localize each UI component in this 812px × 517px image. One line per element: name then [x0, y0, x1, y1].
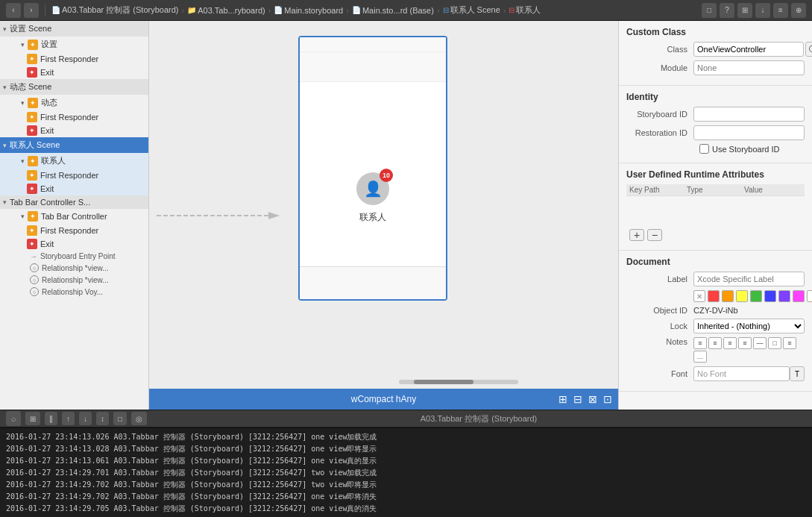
list-item-first-responder-2[interactable]: ✦ First Responder [9, 110, 148, 124]
icon-dongtai: ✦ [28, 98, 38, 108]
swatch-white[interactable] [807, 290, 812, 302]
label-dongtai: 动态 [41, 97, 57, 108]
top-grid-btn[interactable]: ⊞ [737, 3, 752, 18]
scene-lianxiren: ▾ 联系人 Scene ▾ ✦ 联系人 ✦ First Responder ✦ … [0, 137, 148, 195]
list-item-first-responder-3[interactable]: ✦ First Responder [9, 169, 148, 182]
scene-header-lianxiren[interactable]: ▾ 联系人 Scene [0, 137, 148, 153]
scene-row-dongtai[interactable]: ▾ ✦ 动态 [9, 95, 148, 110]
form-row-notes: Notes ≡ ≡ ≡ ≡ — □ ≡ … [626, 337, 805, 363]
list-item-exit-4[interactable]: ✦ Exit [9, 237, 148, 251]
filter-input-wrapper[interactable]: ⌕ [6, 411, 21, 426]
class-info-btn[interactable]: ⓘ [805, 42, 812, 57]
swatch-yellow[interactable] [736, 290, 748, 302]
size-icon-2[interactable]: ⊟ [573, 393, 582, 405]
bottom-btn-2[interactable]: ‖ [45, 412, 57, 425]
notes-icon-box[interactable]: □ [768, 337, 781, 349]
remove-attribute-btn[interactable]: − [647, 229, 662, 241]
console-area[interactable]: 2016-01-27 23:14:13.026 A03.Tabbar 控制器 (… [0, 427, 812, 517]
scene-row-tabbar[interactable]: ▾ ✦ Tab Bar Controller [9, 209, 148, 224]
top-menu-btn[interactable]: ≡ [773, 3, 788, 18]
list-item-relationship-1[interactable]: ○ Relationship *view... [9, 262, 148, 274]
list-item-exit-1[interactable]: ✦ Exit [9, 66, 148, 79]
restoration-id-input[interactable] [693, 125, 805, 140]
top-new-file-btn[interactable]: □ [702, 3, 717, 18]
bottom-btn-3[interactable]: ↑ [62, 412, 75, 425]
notes-icon-ellipsis[interactable]: … [693, 351, 707, 363]
breadcrumb-item-3[interactable]: Main.storyboard [284, 6, 343, 15]
scene-title-tabbar: Tab Bar Controller S... [10, 198, 90, 207]
list-item-first-responder-4[interactable]: ✦ First Responder [9, 224, 148, 237]
swatch-green[interactable] [750, 290, 762, 302]
icon-tabbar: ✦ [28, 211, 38, 222]
top-add-btn[interactable]: ⊕ [791, 3, 806, 18]
scene-header-shezhi[interactable]: ▾ 设置 Scene [0, 21, 148, 37]
list-item-relationship-3[interactable]: ○ Relationship Voy... [9, 286, 148, 298]
scene-dongtai: ▾ 动态 Scene ▾ ✦ 动态 ✦ First Responder ✦ Ex… [0, 79, 148, 137]
breadcrumb-item-1[interactable]: A03.Tabbar 控制器 (Storyboard) [62, 4, 179, 16]
bottom-btn-5[interactable]: ↕ [96, 412, 109, 425]
nav-forward-button[interactable]: › [24, 3, 39, 18]
use-storyboard-row: Use Storyboard ID [626, 144, 805, 154]
breadcrumb-item-4[interactable]: Main.sto...rd (Base) [362, 6, 434, 15]
list-item-relationship-2[interactable]: ○ Relationship *view... [9, 274, 148, 286]
main-layout: ▾ 设置 Scene ▾ ✦ 设置 ✦ First Responder ✦ Ex… [0, 21, 812, 410]
add-remove-row: + − [626, 226, 805, 244]
contact-label: 联系人 [359, 211, 386, 224]
storyboard-id-input[interactable] [693, 107, 805, 122]
font-picker-btn[interactable]: T [790, 366, 805, 381]
search-icon: ⌕ [11, 414, 16, 423]
scene-row-lianxiren[interactable]: ▾ ✦ 联系人 [9, 153, 148, 169]
swatch-orange[interactable] [722, 290, 734, 302]
canvas-area[interactable]: 👤 10 联系人 wCompact hAny ⊞ ⊟ ⊠ ⊡ [149, 21, 618, 410]
notes-icon-align-center[interactable]: ≡ [708, 337, 722, 349]
bottom-btn-7[interactable]: ◎ [131, 412, 147, 425]
label-exit-3: Exit [40, 184, 54, 193]
breadcrumb-item-2[interactable]: A03.Tab...ryboard) [198, 6, 265, 15]
form-row-doc-label: Label [626, 272, 805, 286]
notes-icon-align-justify[interactable]: ≡ [738, 337, 752, 349]
bottom-btn-1[interactable]: ⊞ [25, 412, 40, 425]
console-line-2: 2016-01-27 23:14:13.028 A03.Tabbar 控制器 (… [6, 443, 806, 455]
notes-icon-list[interactable]: ≡ [783, 337, 796, 349]
breadcrumb-icon-2: 📁 [187, 6, 196, 14]
swatch-blue[interactable] [764, 290, 776, 302]
list-item-exit-2[interactable]: ✦ Exit [9, 124, 148, 137]
list-item-first-responder-1[interactable]: ✦ First Responder [9, 52, 148, 66]
swatch-red[interactable] [708, 290, 720, 302]
list-item-entry-point[interactable]: → Storyboard Entry Point [9, 251, 148, 262]
bottom-btn-6[interactable]: □ [113, 412, 127, 425]
size-icon-3[interactable]: ⊠ [588, 393, 597, 405]
scene-header-tabbar[interactable]: ▾ Tab Bar Controller S... [0, 195, 148, 209]
notes-icon-align-left[interactable]: ≡ [693, 337, 707, 349]
class-input[interactable] [693, 42, 804, 57]
nav-back-button[interactable]: ‹ [6, 3, 21, 18]
bottom-btn-4[interactable]: ↓ [79, 412, 92, 425]
font-display: No Font [693, 366, 790, 381]
icon-exit-1: ✦ [27, 67, 37, 78]
label-fr-3: First Responder [40, 171, 98, 180]
use-storyboard-checkbox[interactable] [699, 144, 709, 154]
list-item-exit-3[interactable]: ✦ Exit [9, 182, 148, 195]
notes-icon-dash[interactable]: — [753, 337, 767, 349]
module-input[interactable] [693, 60, 805, 75]
scene-row-shezhi[interactable]: ▾ ✦ 设置 [9, 37, 148, 52]
swatch-pink[interactable] [793, 290, 805, 302]
icon-exit-2: ✦ [27, 125, 37, 136]
left-panel: ▾ 设置 Scene ▾ ✦ 设置 ✦ First Responder ✦ Ex… [0, 21, 149, 410]
add-attribute-btn[interactable]: + [629, 229, 644, 241]
doc-label-input[interactable] [693, 272, 805, 286]
identity-title: Identity [626, 92, 805, 102]
form-label-module: Module [626, 63, 693, 72]
size-icon-1[interactable]: ⊞ [558, 393, 567, 405]
breadcrumb-item-5[interactable]: 联系人 Scene [450, 4, 500, 16]
swatch-purple[interactable] [778, 290, 790, 302]
top-download-btn[interactable]: ↓ [755, 3, 770, 18]
breadcrumb-item-6[interactable]: 联系人 [516, 4, 541, 16]
top-help-btn[interactable]: ? [720, 3, 734, 18]
swatch-x[interactable]: ✕ [693, 290, 705, 302]
notes-icon-align-right[interactable]: ≡ [723, 337, 737, 349]
scene-header-dongtai[interactable]: ▾ 动态 Scene [0, 79, 148, 95]
lock-select[interactable]: Inherited - (Nothing) [693, 319, 805, 333]
size-icon-4[interactable]: ⊡ [603, 393, 612, 405]
icon-fr-4: ✦ [27, 225, 37, 236]
